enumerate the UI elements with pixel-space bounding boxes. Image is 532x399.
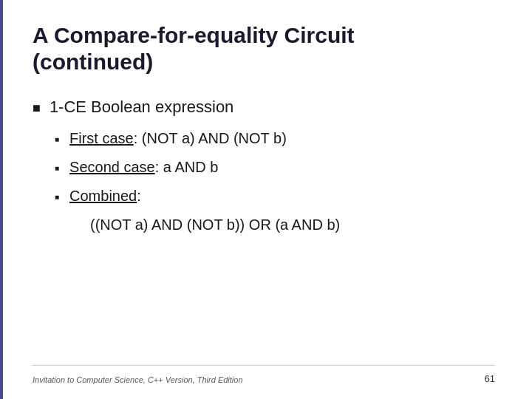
bullet-level2-combined: ■ Combined: [55,188,495,205]
second-case-label: Second case [69,159,155,175]
slide-container: A Compare-for-equality Circuit (continue… [0,0,532,399]
footer-left: Invitation to Computer Science, C++ Vers… [33,375,243,384]
bullet3-marker: ■ [55,164,59,172]
bullet-level2-first-case: ■ First case: (NOT a) AND (NOT b) [55,130,495,147]
bullet1-text: 1-CE Boolean expression [50,98,233,117]
bullet3-content: Second case: a AND b [69,159,218,176]
combined-suffix: : [137,188,141,204]
title-line1: A Compare-for-equality Circuit [33,23,355,47]
combined-expression: ((NOT a) AND (NOT b)) OR (a AND b) [90,216,495,233]
combined-expression-text: ((NOT a) AND (NOT b)) OR (a AND b) [90,216,340,233]
bullet4-marker: ■ [55,193,59,201]
slide-footer: Invitation to Computer Science, C++ Vers… [33,365,495,384]
footer-page-number: 61 [485,373,495,384]
second-case-suffix: : a AND b [155,159,219,175]
bullet-level1-item: ■ 1-CE Boolean expression [33,98,495,117]
bullet2-marker: ■ [55,135,59,143]
slide-title: A Compare-for-equality Circuit (continue… [33,22,495,75]
first-case-label: First case [69,130,134,146]
content-area: ■ 1-CE Boolean expression ■ First case: … [33,98,495,365]
first-case-suffix: : (NOT a) AND (NOT b) [134,130,287,146]
bullet4-content: Combined: [69,188,141,205]
bullet1-marker: ■ [33,100,41,116]
title-line2: (continued) [33,50,153,74]
bullet-level2-second-case: ■ Second case: a AND b [55,159,495,176]
combined-label: Combined [69,188,137,204]
bullet2-content: First case: (NOT a) AND (NOT b) [69,130,287,147]
